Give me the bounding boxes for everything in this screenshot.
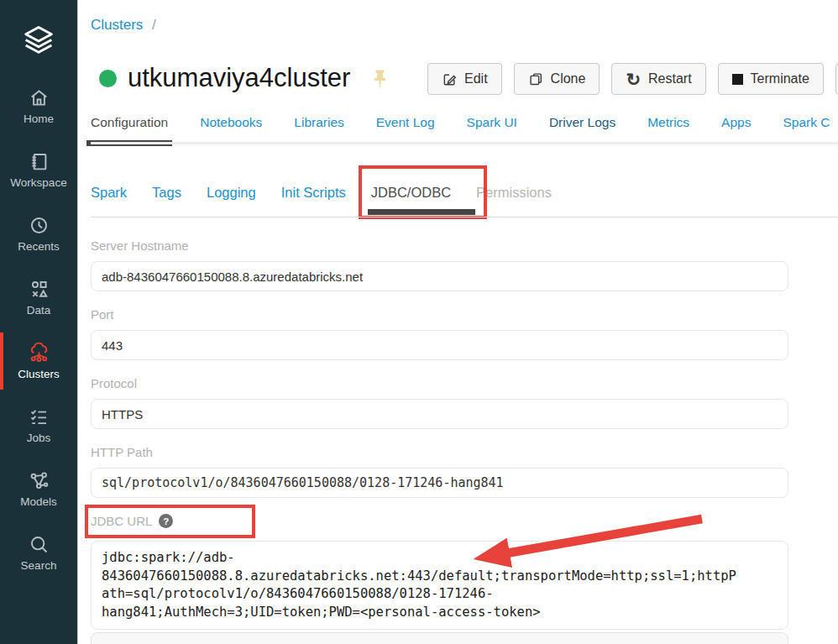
jdbc-url-line: jdbc:spark://adb- xyxy=(102,549,778,568)
sidebar-item-home[interactable]: Home xyxy=(0,74,77,138)
tab-apps[interactable]: Apps xyxy=(721,115,751,130)
main-content: Clusters / utkumaviya4cluster Edit xyxy=(77,0,838,644)
breadcrumb: Clusters / xyxy=(91,17,156,34)
page-title: utkumaviya4cluster xyxy=(128,63,350,93)
jdbc-url-textarea[interactable]: jdbc:spark://adb- 8436047660150088.8.azu… xyxy=(91,541,788,630)
sidebar-item-label: Jobs xyxy=(27,432,51,444)
databricks-stack-icon xyxy=(19,22,58,60)
cluster-tabs: Configuration Notebooks Libraries Event … xyxy=(91,115,830,130)
restart-button[interactable]: ↻ Restart xyxy=(611,63,705,95)
terminate-button-label: Terminate xyxy=(751,71,809,86)
cluster-action-buttons: Edit Clone ↻ Restart Terminate ✖ xyxy=(427,63,838,95)
databricks-cluster-page: Home Workspace Recents Data xyxy=(0,0,838,644)
sidebar-item-data[interactable]: Data xyxy=(0,265,77,329)
sidebar-item-label: Recents xyxy=(18,240,60,253)
active-subtab-underline xyxy=(368,209,475,215)
sidebar: Home Workspace Recents Data xyxy=(0,0,77,644)
edit-button-label: Edit xyxy=(464,71,488,86)
clone-button-label: Clone xyxy=(551,71,586,86)
port-label: Port xyxy=(91,306,788,322)
search-icon xyxy=(28,533,50,556)
tab-notebooks[interactable]: Notebooks xyxy=(200,115,262,130)
http-path-field: HTTP Path xyxy=(91,444,788,498)
sidebar-item-workspace[interactable]: Workspace xyxy=(0,138,77,202)
clusters-icon xyxy=(28,342,50,364)
tab-configuration[interactable]: Configuration xyxy=(91,115,168,130)
home-icon xyxy=(28,86,50,109)
sidebar-item-clusters[interactable]: Clusters xyxy=(0,329,77,393)
tabs-underline xyxy=(91,142,838,144)
pin-icon[interactable] xyxy=(372,69,388,91)
sidebar-item-label: Clusters xyxy=(18,368,60,380)
tab-spark-cluster-ui[interactable]: Spark C xyxy=(783,115,830,130)
jdbc-url-line: ath=sql/protocolv1/o/8436047660150088/01… xyxy=(102,585,778,604)
terminate-square-icon xyxy=(732,74,743,85)
cluster-title-row: utkumaviya4cluster xyxy=(91,60,388,96)
models-network-icon xyxy=(28,469,50,492)
tab-metrics[interactable]: Metrics xyxy=(647,115,689,130)
databricks-logo[interactable] xyxy=(0,0,77,74)
port-field: Port xyxy=(91,306,788,360)
clone-pages-icon xyxy=(528,71,543,86)
subtab-spark[interactable]: Spark xyxy=(91,185,127,201)
edit-button[interactable]: Edit xyxy=(427,63,502,95)
server-hostname-field: Server Hostname xyxy=(91,238,788,291)
help-icon[interactable]: ? xyxy=(159,514,173,528)
http-path-label: HTTP Path xyxy=(91,444,788,460)
protocol-input[interactable] xyxy=(91,399,788,429)
restart-icon: ↻ xyxy=(626,71,641,88)
terminate-button[interactable]: Terminate xyxy=(718,63,824,95)
http-path-input[interactable] xyxy=(91,468,788,498)
data-shapes-icon xyxy=(28,278,50,301)
subtabs-divider xyxy=(91,217,838,217)
jdbc-url-label: JDBC URL xyxy=(91,513,152,529)
jdbc-url-line: hang841;AuthMech=3;UID=token;PWD=<person… xyxy=(102,604,778,622)
protocol-field: Protocol xyxy=(91,375,788,429)
tab-libraries[interactable]: Libraries xyxy=(294,115,343,130)
sidebar-item-search[interactable]: Search xyxy=(0,521,77,584)
sidebar-item-label: Workspace xyxy=(10,176,66,189)
subtab-jdbc-odbc-label: JDBC/ODBC xyxy=(371,185,451,200)
tab-spark-ui[interactable]: Spark UI xyxy=(467,115,517,130)
breadcrumb-separator: / xyxy=(152,17,156,33)
cluster-status-dot xyxy=(99,70,117,87)
sidebar-item-label: Models xyxy=(20,495,57,508)
subtab-init-scripts[interactable]: Init Scripts xyxy=(281,185,346,201)
protocol-label: Protocol xyxy=(91,375,788,391)
sidebar-item-models[interactable]: Models xyxy=(0,457,77,521)
jdbc-url-field: JDBC URL ? jdbc:spark://adb- 84360476601… xyxy=(91,513,788,630)
subtab-logging[interactable]: Logging xyxy=(207,185,256,201)
breadcrumb-clusters-link[interactable]: Clusters xyxy=(91,17,143,33)
sidebar-item-label: Search xyxy=(21,559,57,572)
jobs-checklist-icon xyxy=(28,406,50,428)
next-field-partial-box[interactable] xyxy=(91,632,788,644)
subtab-tags[interactable]: Tags xyxy=(152,185,181,201)
subtab-jdbc-odbc[interactable]: JDBC/ODBC xyxy=(371,185,451,201)
clone-button[interactable]: Clone xyxy=(514,63,600,95)
sidebar-item-recents[interactable]: Recents xyxy=(0,202,77,265)
server-hostname-input[interactable] xyxy=(91,261,788,291)
port-input[interactable] xyxy=(91,330,788,360)
subtab-permissions[interactable]: Permissions xyxy=(476,185,552,201)
jdbc-url-line: 8436047660150088.8.azuredatabricks.net:4… xyxy=(102,568,778,586)
tab-event-log[interactable]: Event Log xyxy=(376,115,435,130)
restart-button-label: Restart xyxy=(648,71,692,86)
sidebar-item-label: Home xyxy=(24,113,54,125)
tab-driver-logs[interactable]: Driver Logs xyxy=(549,115,615,130)
sidebar-item-label: Data xyxy=(27,304,51,317)
configuration-subtabs: Spark Tags Logging Init Scripts JDBC/ODB… xyxy=(91,185,552,201)
clock-icon xyxy=(28,214,50,237)
workspace-icon xyxy=(28,150,50,173)
server-hostname-label: Server Hostname xyxy=(91,238,788,254)
edit-pencil-icon xyxy=(442,71,457,86)
jdbc-odbc-form: Server Hostname Port Protocol HTTP Path … xyxy=(91,238,788,644)
sidebar-item-jobs[interactable]: Jobs xyxy=(0,393,77,457)
jdbc-url-label-row: JDBC URL ? xyxy=(91,513,250,529)
